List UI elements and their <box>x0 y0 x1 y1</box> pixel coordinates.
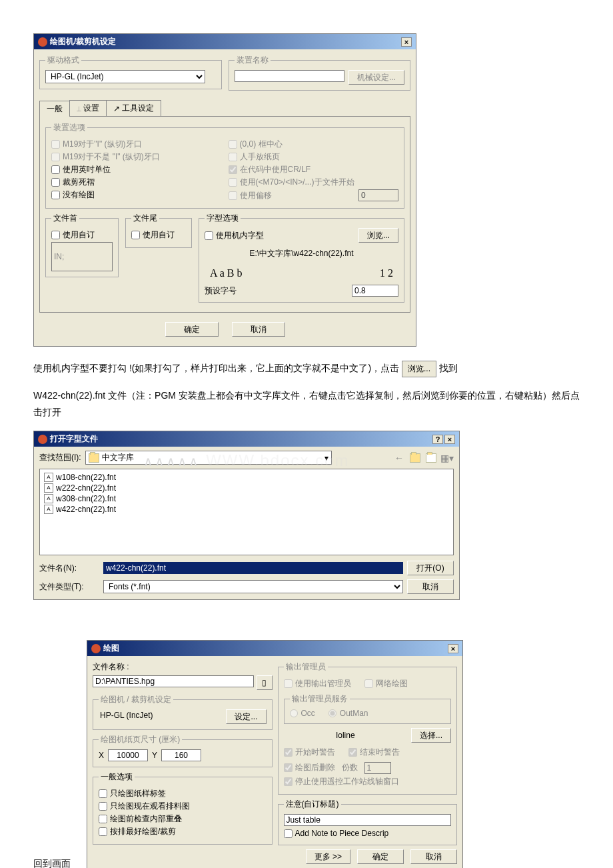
browse-font-button[interactable]: 浏览... <box>358 228 398 243</box>
cancel-button[interactable]: 取消 <box>407 579 454 594</box>
help-icon[interactable]: ? <box>432 435 443 444</box>
device-name-legend: 装置名称 <box>235 55 271 66</box>
file-item[interactable]: Aw422-chn(22).fnt <box>43 504 450 515</box>
output-mgr-fieldset: 输出管理员 使用输出管理员 网络绘图 输出管理员服务 Occ OutMan Io… <box>278 661 458 795</box>
cancel-button[interactable]: 取消 <box>232 322 285 337</box>
opt-offset-checkbox <box>229 191 237 200</box>
add-note-checkbox[interactable] <box>284 829 293 838</box>
open-button[interactable]: 打开(O) <box>407 561 454 575</box>
browse-file-button[interactable]: ▯ <box>257 675 273 690</box>
plotter-value: HP-GL (IncJet) <box>99 709 223 724</box>
check-overlap-checkbox[interactable] <box>99 815 107 823</box>
ok-button[interactable]: 确定 <box>357 849 404 864</box>
app-icon <box>91 644 101 653</box>
opt-no-plot-checkbox[interactable] <box>51 191 60 199</box>
browse-inline-button: 浏览... <box>402 361 436 378</box>
use-output-mgr-checkbox <box>284 679 293 688</box>
dialog-title: 绘图机/裁剪机设定 <box>50 36 116 47</box>
note-input[interactable] <box>284 814 452 826</box>
font-file-icon: A <box>44 483 53 493</box>
device-options-legend: 装置选项 <box>51 122 87 133</box>
only-view-checkbox[interactable] <box>99 802 107 811</box>
file-head-fieldset: 文件首 使用自订 <box>45 213 119 277</box>
network-plot-checkbox <box>364 679 373 688</box>
ok-button[interactable]: 确定 <box>165 322 219 337</box>
file-item[interactable]: Aw108-chn(22).fnt <box>43 472 450 483</box>
font-file-icon: A <box>44 494 53 503</box>
end-warn-checkbox <box>348 748 357 757</box>
font-path-label: E:\中文字库\w422-chn(22).fnt <box>205 243 398 265</box>
drive-format-fieldset: 驱动格式 HP-GL (IncJet) <box>39 55 222 89</box>
up-icon[interactable] <box>408 451 422 465</box>
file-item[interactable]: Aw222-chn(22).fnt <box>43 483 450 493</box>
opt-crlf-checkbox <box>229 165 237 174</box>
tab-bar: 一般 ⟂设置 ↗工具设定 <box>39 100 410 117</box>
best-plot-checkbox[interactable] <box>99 827 107 836</box>
device-name-fieldset: 装置名称 机械设定... <box>229 55 411 91</box>
cancel-button[interactable]: 取消 <box>410 849 457 864</box>
plotter-setting-button[interactable]: 设定... <box>226 709 266 724</box>
dropdown-icon[interactable]: ▾ <box>324 453 328 463</box>
paper-x-input[interactable] <box>108 749 148 761</box>
close-icon[interactable]: × <box>444 435 455 444</box>
dialog-title: 打开字型文件 <box>50 433 98 445</box>
title-bar: 绘图机/裁剪机设定 × <box>34 34 416 49</box>
filetype-select[interactable]: Fonts (*.fnt) <box>103 580 403 593</box>
filename-input[interactable] <box>93 675 254 687</box>
font-preview-digits: 1 2 <box>380 267 393 279</box>
more-button[interactable]: 更多 >> <box>306 849 350 864</box>
use-machine-font-checkbox[interactable] <box>205 231 213 240</box>
close-icon[interactable]: × <box>401 37 412 47</box>
file-tail-fieldset: 文件尾 使用自订 <box>125 213 192 248</box>
title-bar-3: 绘图 × <box>87 641 462 656</box>
new-folder-icon[interactable] <box>424 451 438 465</box>
only-label-checkbox[interactable] <box>99 789 107 798</box>
machine-setting-button[interactable]: 机械设定... <box>348 70 404 85</box>
opt-m19-i-checkbox <box>51 140 60 149</box>
close-icon[interactable]: × <box>448 644 458 653</box>
file-tail-custom-checkbox[interactable] <box>131 231 140 239</box>
outman-radio <box>328 709 336 717</box>
default-font-input[interactable] <box>352 285 398 297</box>
tab-settings[interactable]: ⟂设置 <box>69 100 107 116</box>
back-icon[interactable]: ← <box>392 451 406 465</box>
opt-english-unit-checkbox[interactable] <box>51 165 60 174</box>
open-font-dialog: 打开字型文件 ? × 查找范围(I): 中文字库 ▾ ← ▦▾ ∧∧∧∧∧ WW… <box>33 431 460 600</box>
device-options-fieldset: 装置选项 M19对于"I" (纵切)牙口 M19对于不是 "I" (纵切)牙口 … <box>45 122 404 209</box>
filename-label: 文件名(N): <box>39 563 99 574</box>
tab-tools[interactable]: ↗工具设定 <box>106 100 161 116</box>
device-name-input[interactable] <box>235 70 344 82</box>
general-options-fieldset: 一般选项 只绘图纸样标签 只绘图现在观看排料图 绘图前检查内部重叠 按排最好绘图… <box>93 771 273 845</box>
instruction-text-2: W422-chn(22).fnt 文件（注：PGM 安装盘上都会有中文字库文件，… <box>33 387 580 421</box>
settings-icon: ⟂ <box>77 104 81 113</box>
ioline-label: Ioline <box>284 731 407 740</box>
lookin-value: 中文字库 <box>102 452 322 463</box>
lookin-label: 查找范围(I): <box>39 452 81 463</box>
folder-icon <box>89 453 99 463</box>
font-options-fieldset: 字型选项 使用机内字型 浏览... E:\中文字库\w422-chn(22).f… <box>199 213 404 303</box>
font-preview-letters: A a B b <box>210 267 242 279</box>
opt-m70-checkbox <box>229 178 237 187</box>
paper-y-input[interactable] <box>161 749 201 761</box>
opt-cut-reserve-checkbox[interactable] <box>51 178 60 187</box>
select-button[interactable]: 选择... <box>411 728 451 743</box>
file-item[interactable]: Aw308-chn(22).fnt <box>43 493 450 504</box>
app-icon <box>38 37 47 47</box>
occ-radio <box>290 709 298 717</box>
opt-00-center-checkbox <box>229 140 237 149</box>
drive-format-select[interactable]: HP-GL (IncJet) <box>45 70 205 83</box>
stop-remote-checkbox <box>284 777 293 786</box>
filename-input[interactable]: w422-chn(22).fnt <box>103 562 403 574</box>
delete-after-checkbox <box>284 763 293 772</box>
start-warn-checkbox <box>284 748 293 757</box>
tab-general[interactable]: 一般 <box>39 101 70 117</box>
opt-m19-noti-checkbox <box>51 153 60 161</box>
file-head-custom-checkbox[interactable] <box>51 231 60 239</box>
paper-size-fieldset: 绘图机纸页尺寸 (厘米) X Y <box>93 734 273 767</box>
plotter-fieldset: 绘图机 / 裁剪机设定 HP-GL (IncJet) 设定... <box>93 694 273 730</box>
title-bar-2: 打开字型文件 ? × <box>34 431 459 447</box>
view-icon[interactable]: ▦▾ <box>440 451 454 465</box>
note-fieldset: 注意(自订标题) Add Note to Piece Descrip <box>278 799 458 845</box>
font-file-icon: A <box>44 505 53 514</box>
file-list[interactable]: Aw108-chn(22).fnt Aw222-chn(22).fnt Aw30… <box>39 469 454 555</box>
